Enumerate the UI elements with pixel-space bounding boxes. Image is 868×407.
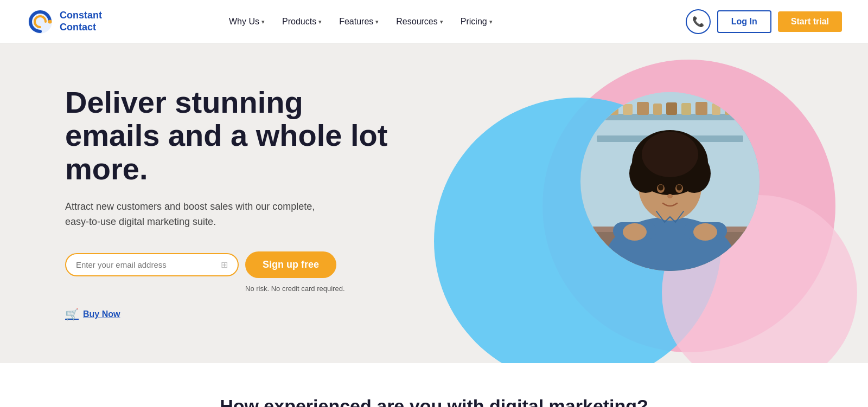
no-risk-text: No risk. No credit card required. <box>245 285 401 293</box>
svg-rect-22 <box>661 192 679 219</box>
circle-pink-small <box>662 195 857 363</box>
svg-rect-3 <box>580 92 760 271</box>
svg-rect-6 <box>608 103 618 115</box>
svg-point-29 <box>675 184 683 193</box>
chevron-down-icon: ▾ <box>375 18 379 25</box>
email-input[interactable] <box>76 260 216 269</box>
svg-point-31 <box>676 185 682 191</box>
nav-item-why-us[interactable]: Why Us ▾ <box>221 12 272 31</box>
bottom-section: How experienced are you with digital mar… <box>0 363 868 407</box>
chevron-down-icon: ▾ <box>440 18 443 25</box>
svg-point-17 <box>605 217 735 271</box>
svg-rect-18 <box>613 222 656 240</box>
svg-point-24 <box>632 130 708 195</box>
hero-content: Deliver stunning emails and a whole lot … <box>65 86 401 353</box>
start-trial-button[interactable]: Start trial <box>778 11 842 32</box>
svg-rect-10 <box>666 102 677 115</box>
nav-actions: 📞 Log In Start trial <box>686 9 842 34</box>
chevron-down-icon: ▾ <box>261 18 265 25</box>
cart-icon: 🛒 <box>65 308 79 321</box>
signup-button[interactable]: Sign up free <box>245 251 336 278</box>
nav-item-resources[interactable]: Resources ▾ <box>388 12 450 31</box>
person-photo-circle <box>580 92 760 271</box>
svg-rect-4 <box>597 114 743 120</box>
svg-rect-7 <box>623 104 633 115</box>
svg-point-2 <box>48 20 52 23</box>
nav-item-pricing[interactable]: Pricing ▾ <box>453 12 500 31</box>
phone-icon: 📞 <box>692 16 704 28</box>
svg-point-30 <box>658 185 663 191</box>
navbar: Constant Contact Why Us ▾ Products ▾ Fea… <box>0 0 868 43</box>
svg-rect-14 <box>725 103 736 115</box>
bottom-headline: How experienced are you with digital mar… <box>0 396 868 407</box>
svg-rect-5 <box>597 135 743 142</box>
svg-rect-11 <box>681 103 691 115</box>
email-input-wrapper: ⊞ <box>65 253 239 276</box>
svg-rect-15 <box>580 228 760 271</box>
svg-rect-19 <box>684 222 727 240</box>
phone-button[interactable]: 📞 <box>686 9 711 34</box>
svg-point-28 <box>657 184 665 193</box>
svg-point-23 <box>639 153 701 221</box>
hero-subtext: Attract new customers and boost sales wi… <box>65 199 326 230</box>
svg-point-20 <box>623 223 647 241</box>
chevron-down-icon: ▾ <box>318 18 322 25</box>
logo[interactable]: Constant Contact <box>26 8 102 36</box>
svg-rect-16 <box>580 227 760 232</box>
circle-blue-large <box>434 98 722 363</box>
email-icon: ⊞ <box>221 260 228 270</box>
hero-section: Deliver stunning emails and a whole lot … <box>0 43 868 363</box>
svg-point-21 <box>693 223 717 241</box>
hero-visual <box>456 43 868 363</box>
svg-point-26 <box>678 154 711 193</box>
svg-point-25 <box>629 154 662 193</box>
nav-item-products[interactable]: Products ▾ <box>275 12 329 31</box>
svg-rect-8 <box>637 102 649 115</box>
logo-icon <box>26 8 54 36</box>
svg-rect-13 <box>712 104 720 115</box>
logo-text: Constant Contact <box>60 10 102 33</box>
nav-links: Why Us ▾ Products ▾ Features ▾ Resources… <box>221 12 686 31</box>
svg-point-32 <box>667 194 673 198</box>
svg-rect-9 <box>653 104 662 115</box>
nav-item-features[interactable]: Features ▾ <box>331 12 386 31</box>
circle-pink-large <box>542 60 835 352</box>
buy-now-link[interactable]: 🛒 Buy Now <box>65 308 401 321</box>
svg-point-27 <box>642 132 698 177</box>
login-button[interactable]: Log In <box>717 10 771 33</box>
svg-rect-12 <box>695 102 707 115</box>
email-form: ⊞ Sign up free <box>65 251 401 278</box>
hero-headline: Deliver stunning emails and a whole lot … <box>65 86 401 186</box>
person-silhouette <box>580 92 760 271</box>
chevron-down-icon: ▾ <box>489 18 493 25</box>
